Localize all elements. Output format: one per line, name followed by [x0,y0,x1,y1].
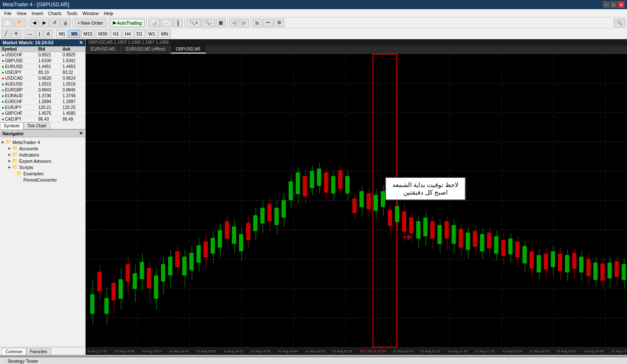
bid-cell: 83.19 [37,70,61,76]
market-watch-row-gbpchf[interactable]: ●GBPCHF 1.4575 1.4585 [0,111,85,116]
nav-item-periodconverter[interactable]: 📄 PeriodConverter [2,177,84,183]
refresh-button[interactable]: ↺ [50,19,59,27]
menu-item-help[interactable]: Help [101,10,116,16]
svg-rect-76 [282,201,285,217]
timeframe-btn-MN[interactable]: MN [158,30,171,38]
indicators-button[interactable]: fx [252,19,262,27]
market-watch-row-eurchf[interactable]: ●EURCHF 1.2894 1.2897 [0,99,85,105]
nav-item-scripts[interactable]: ▶ 📁 Scripts [2,164,84,170]
titlebar: MetaTrader 4 - [GBPUSD,M5] − □ ✕ [0,0,627,9]
market-watch-row-usdjpy[interactable]: ●USDJPY 83.19 83.22 [0,70,85,76]
sep8 [23,30,23,38]
time-label: 31 Aug 22:56 [584,349,604,353]
title-text: MetaTrader 4 - [GBPUSD,M5] [3,2,69,8]
settings-button[interactable]: ⚙ [274,19,284,27]
svg-rect-118 [431,222,434,238]
hline-button[interactable]: ― [25,30,35,38]
zoom-in-button[interactable]: 🔍+ [186,19,201,27]
timeframe-btn-D1[interactable]: D1 [134,30,145,38]
oscillator-button[interactable]: 〜 [263,19,273,27]
bid-cell: 1.2894 [37,99,61,105]
chart-type-btn2[interactable]: 📈 [161,19,173,27]
nav-item-accounts[interactable]: ▶ 📁 Accounts [2,145,84,152]
open-button[interactable]: 📂 [14,19,26,27]
menu-item-insert[interactable]: Insert [29,10,46,16]
nav-item-label: PeriodConverter [23,177,57,182]
scroll-left-button[interactable]: ◁ [229,19,239,27]
tab-tick-chart[interactable]: Tick Chart [23,122,50,129]
forward-button[interactable]: ▶ [40,19,49,27]
tab-favorites[interactable]: Favorites [26,348,51,355]
menu-item-view[interactable]: View [14,10,29,16]
text-button[interactable]: A [44,30,53,38]
back-button[interactable]: ◀ [30,19,39,27]
market-watch-row-euraud[interactable]: ●EURAUD 1.3736 1.3748 [0,93,85,99]
chart-area: GBPUSD,M5 1.1907 1.1908 1.1907 1.1908 EU… [86,39,627,355]
market-watch-row-cadjpy[interactable]: ●CADJPY 86.43 86.49 [0,116,85,122]
timeframe-btn-M30[interactable]: M30 [96,30,110,38]
symbol-cell: ●EURAUD [0,93,37,99]
menu-item-tools[interactable]: Tools [64,10,80,16]
ask-cell: 120.25 [61,105,85,111]
ask-cell: 0.8846 [61,87,85,93]
new-order-button[interactable]: + New Order [74,19,106,27]
minimize-button[interactable]: − [603,1,609,8]
menu-item-charts[interactable]: Charts [46,10,64,16]
crosshair-button[interactable]: ✛ [11,30,21,38]
timeframe-btn-M5[interactable]: M5 [69,30,80,38]
time-label: 31 Aug 22:40 [557,349,576,353]
bid-cell: 1.4451 [37,64,61,70]
market-watch-row-gbpusd[interactable]: ●GBPUSD 1.6339 1.6342 [0,58,85,64]
autotrading-button[interactable]: ▶ AutoTrading [110,19,145,27]
symbol-cell: ●USDCHF [0,52,37,58]
new-chart-button[interactable]: 📄 [2,19,13,27]
print-button[interactable]: 🖨 [60,19,71,27]
nav-item-examples[interactable]: 📁 Examples [2,170,84,177]
market-watch-row-eurusd[interactable]: ●EURUSD 1.4451 1.4453 [0,64,85,70]
ask-cell: 86.49 [61,116,85,122]
market-watch-row-eurjpy[interactable]: ●EURJPY 120.21 120.25 [0,105,85,111]
nav-close[interactable]: ✕ [79,131,83,136]
menu-item-file[interactable]: File [2,10,14,16]
symbol-tabs: Symbols Tick Chart [0,122,85,129]
nav-item-expert-advisors[interactable]: ▶ 📁 Expert Advisors [2,158,84,164]
market-watch-row-eurgbp[interactable]: ●EURGBP 0.8843 0.8846 [0,87,85,93]
tab-symbols[interactable]: Symbols [0,122,23,129]
symbol-cell: ●AUDUSD [0,81,37,87]
timeframe-btn-H4[interactable]: H4 [122,30,133,38]
chart-type-btn1[interactable]: 📊 [148,19,160,27]
chart-tab-eurusd-m1[interactable]: EURUSD,M1 [86,46,121,53]
zoom-out-button[interactable]: 🔍- [201,19,215,27]
market-watch-row-usdchf[interactable]: ●USDCHF 0.8921 0.8925 [0,52,85,58]
scroll-right-button[interactable]: ▷ [240,19,249,27]
maximize-button[interactable]: □ [610,1,617,8]
time-label: 31 Aug 21:36 [448,349,467,353]
chart-tab-eurusd-m2--offline-[interactable]: EURUSD,M2 (offline) [121,46,171,53]
market-watch-close[interactable]: ✕ [79,40,83,46]
close-button[interactable]: ✕ [618,1,624,8]
grid-button[interactable]: ▦ [216,19,226,27]
tab-common[interactable]: Common [2,348,26,355]
left-panel: Market Watch: 16:24:53 ✕ Symbol Bid Ask … [0,39,86,355]
search-button[interactable]: 🔍 [614,19,625,27]
timeframe-btn-H1[interactable]: H1 [111,30,122,38]
timeframe-btn-M1[interactable]: M1 [56,30,68,38]
vline-button[interactable]: | [36,30,43,38]
svg-rect-44 [168,257,172,275]
svg-rect-116 [423,218,427,236]
menu-item-window[interactable]: Window [80,10,101,16]
line-tool-button[interactable]: ╱ [2,30,10,38]
nav-item-metatrader-4[interactable]: ▶ 📁 MetaTrader 4 [2,139,84,145]
chart-main[interactable]: لاحظ توقيت بداية الشمعه اصبح كل دفيقتين … [86,54,627,347]
chart-tab-gbpusd-m5[interactable]: GBPUSD,M5 [171,46,206,53]
nav-header: Navigator ✕ [0,129,85,137]
svg-rect-142 [516,242,520,257]
chart-type-btn3[interactable]: ║ [173,19,183,27]
timeframe-btn-M15[interactable]: M15 [81,30,95,38]
nav-item-indicators[interactable]: ▶ 📁 Indicators [2,152,84,158]
chart-tooltip: لاحظ توقيت بداية الشمعه اصبح كل دفيقتين [385,177,466,200]
timeframe-btn-W1[interactable]: W1 [146,30,158,38]
market-watch-row-usdcad[interactable]: ●USDCAD 0.9620 0.9624 [0,76,85,81]
market-watch-row-audusd[interactable]: ●AUDUSD 1.0515 1.0518 [0,81,85,87]
sep5 [184,19,185,27]
